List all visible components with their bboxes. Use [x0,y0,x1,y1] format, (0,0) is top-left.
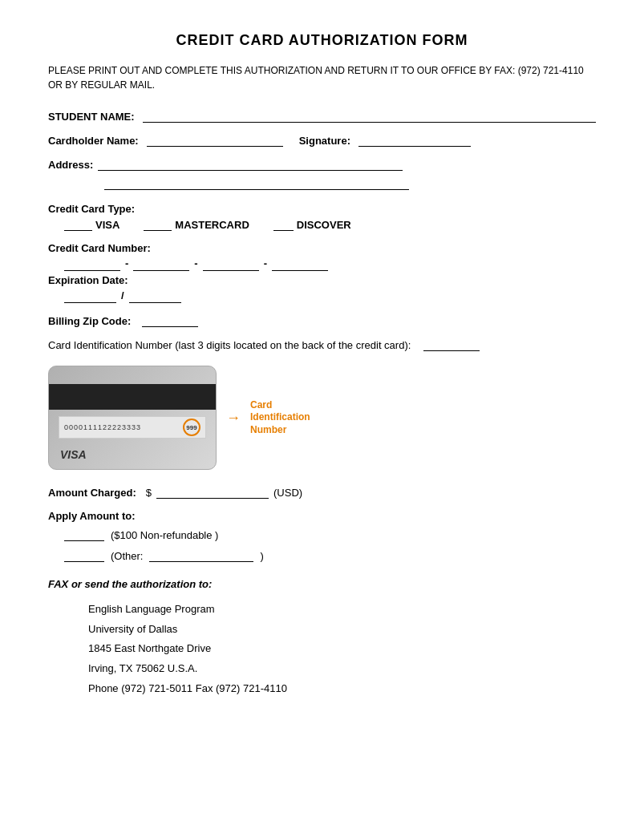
cardholder-row: Cardholder Name: Signature: [48,134,596,147]
address-field-1[interactable] [98,158,403,171]
amount-currency: $ [146,487,152,499]
cc-mastercard-option: MASTERCARD [144,218,249,231]
address-field-2[interactable] [104,177,409,190]
expiry-year[interactable] [129,290,181,303]
apply-section: Apply Amount to: ($100 Non-refundable ) … [48,510,596,562]
expiry-slash: / [121,289,124,301]
student-name-label: STUDENT NAME: [48,111,135,123]
cc-number-section: Credit Card Number: - - - [48,242,596,271]
address-section: Address: [48,158,596,190]
card-visual: 0000111122223333 999 VISA [48,366,217,470]
address-info-line3: 1845 East Northgate Drive [88,639,596,659]
amount-row: Amount Charged: $ (USD) [48,486,596,499]
cc-sep2: - [194,257,197,269]
cc-visa-option: VISA [64,218,119,231]
instructions: PLEASE PRINT OUT AND COMPLETE THIS AUTHO… [48,63,596,92]
signature-label: Signature: [299,135,350,147]
cc-num-seg1[interactable] [64,258,120,271]
cc-number-fields: - - - [64,257,596,271]
cvv-field[interactable] [423,338,480,351]
cc-number-label: Credit Card Number: [48,242,596,254]
fax-section: FAX or send the authorization to: Englis… [48,578,596,698]
card-id-label: Card Identification Number [250,399,330,437]
billing-zip-label: Billing Zip Code: [48,315,131,327]
expiry-fields: / [64,289,596,303]
apply-option-2: (Other: ) [64,549,596,562]
cc-type-label: Credit Card Type: [48,203,596,215]
apply-label: Apply Amount to: [48,510,596,522]
apply-other-field[interactable] [149,549,253,562]
amount-field[interactable] [156,486,269,499]
cc-visa-label: VISA [95,219,119,231]
cc-mastercard-label: MASTERCARD [175,219,249,231]
expiry-section: Expiration Date: / [48,274,596,303]
expiry-label: Expiration Date: [48,274,596,286]
cc-type-options: VISA MASTERCARD DISCOVER [64,218,596,231]
cc-discover-field[interactable] [273,218,294,231]
card-sig-area: 0000111122223333 999 [59,416,206,439]
card-cvv-circle: 999 [183,419,200,436]
fax-title: FAX or send the authorization to: [48,578,596,590]
cc-discover-option: DISCOVER [273,218,351,231]
cvv-row: Card Identification Number (last 3 digit… [48,338,596,351]
student-name-row: STUDENT NAME: [48,110,596,123]
signature-field[interactable] [358,134,471,147]
billing-zip-row: Billing Zip Code: [48,314,596,327]
apply-option1-text: ($100 Non-refundable ) [111,529,218,541]
address-info-line1: English Language Program [88,600,596,620]
address-info: English Language Program University of D… [88,600,596,698]
cc-sep3: - [264,257,267,269]
cc-discover-label: DISCOVER [297,219,351,231]
amount-label: Amount Charged: [48,487,136,499]
page-title: CREDIT CARD AUTHORIZATION FORM [48,32,596,49]
amount-suffix: (USD) [273,487,302,499]
address-info-line4: Irving, TX 75062 U.S.A. [88,659,596,679]
cc-mastercard-field[interactable] [144,218,172,231]
cardholder-name-label: Cardholder Name: [48,135,139,147]
address-label: Address: [48,159,93,171]
apply-option2-prefix: (Other: [111,550,143,562]
apply-option2-suffix: ) [260,550,263,562]
billing-zip-field[interactable] [142,314,198,327]
address-info-line5: Phone (972) 721-5011 Fax (972) 721-4110 [88,679,596,699]
cardholder-name-field[interactable] [147,134,283,147]
expiry-month[interactable] [64,290,116,303]
student-name-field[interactable] [143,110,596,123]
cc-num-seg3[interactable] [203,258,259,271]
apply-option-1: ($100 Non-refundable ) [64,528,596,541]
address-info-line2: University of Dallas [88,620,596,640]
apply-field-1[interactable] [64,528,104,541]
apply-field-2[interactable] [64,549,104,562]
cc-num-seg2[interactable] [133,258,189,271]
card-arrow-icon: → [226,410,241,427]
card-mag-stripe [49,384,216,410]
cvv-label: Card Identification Number (last 3 digit… [48,339,411,351]
cc-sep1: - [125,257,128,269]
cc-num-seg4[interactable] [272,258,328,271]
cc-visa-field[interactable] [64,218,92,231]
card-number-display: 0000111122223333 [64,423,180,431]
card-visa-text: VISA [60,448,87,461]
cc-type-section: Credit Card Type: VISA MASTERCARD DISCOV… [48,203,596,231]
card-image-container: 0000111122223333 999 VISA → Card Identif… [48,366,330,470]
